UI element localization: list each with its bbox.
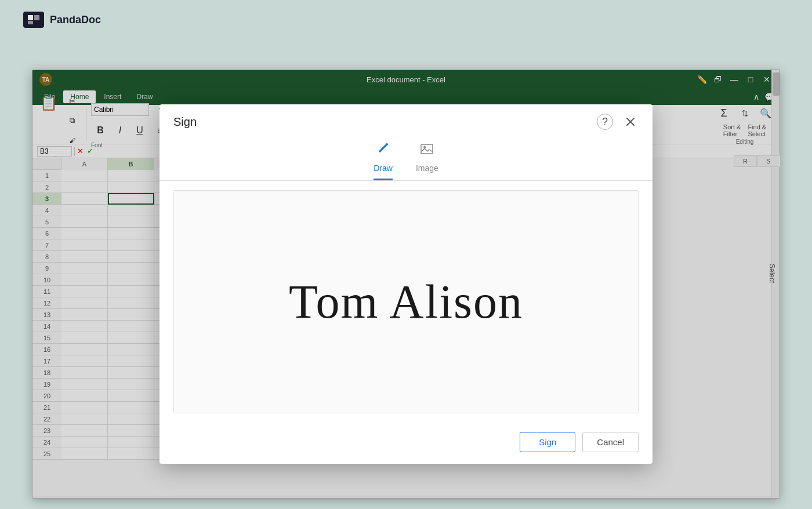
tab-draw[interactable]: Draw	[374, 141, 393, 180]
dialog-tabs: Draw Image	[160, 137, 652, 181]
dialog-title: Sign	[173, 115, 197, 129]
dialog-overlay: Sign ?	[32, 70, 780, 498]
svg-rect-1	[34, 15, 39, 20]
pandadoc-header: PandaDoc	[23, 12, 101, 28]
sign-dialog: Sign ?	[160, 104, 652, 464]
draw-icon	[376, 141, 391, 160]
cancel-button[interactable]: Cancel	[582, 432, 639, 452]
tab-draw-label: Draw	[374, 163, 393, 173]
dialog-close-button[interactable]	[622, 114, 639, 130]
dialog-header: Sign ?	[160, 104, 652, 137]
svg-rect-6	[421, 144, 433, 154]
signature-canvas[interactable]: Tom Alison	[173, 190, 639, 413]
dialog-footer: Sign Cancel	[160, 423, 652, 464]
signature-text: Tom Alison	[289, 275, 523, 329]
tab-image[interactable]: Image	[416, 141, 438, 180]
dialog-help-button[interactable]: ?	[597, 114, 613, 130]
svg-rect-0	[28, 15, 33, 20]
sign-button[interactable]: Sign	[520, 432, 575, 452]
svg-point-5	[386, 143, 388, 146]
tab-image-label: Image	[416, 163, 438, 173]
dialog-header-actions: ?	[597, 114, 639, 130]
excel-window: TA Excel document - Excel ✏️ 🗗 — □ ✕ Fil…	[32, 70, 780, 499]
pandadoc-name: PandaDoc	[50, 14, 101, 26]
image-icon	[419, 141, 434, 160]
pandadoc-logo-icon	[23, 12, 44, 28]
svg-rect-2	[28, 21, 33, 24]
